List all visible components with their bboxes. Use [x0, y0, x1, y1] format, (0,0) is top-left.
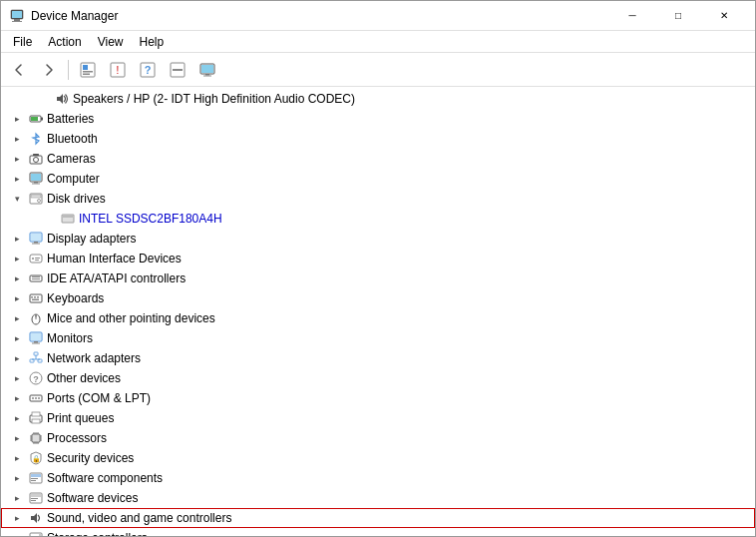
menu-file[interactable]: File [5, 33, 40, 51]
device-label: Display adapters [47, 232, 136, 246]
svg-rect-54 [31, 333, 41, 340]
tree-item[interactable]: ▸Keyboards [1, 288, 755, 308]
tree-item-speaker[interactable]: Speakers / HP (2- IDT High Definition Au… [1, 89, 755, 109]
tree-item[interactable]: ▸Storage controllers [1, 528, 755, 536]
device-icon [28, 350, 44, 366]
svg-rect-88 [31, 474, 41, 477]
svg-rect-13 [173, 69, 183, 71]
svg-rect-3 [12, 11, 22, 18]
tree-item[interactable]: ▸Print queues [1, 408, 755, 428]
update-driver-button[interactable]: ! [104, 57, 132, 83]
expand-icon[interactable]: ▸ [9, 231, 25, 247]
tree-item[interactable]: ▸Batteries [1, 109, 755, 129]
tree-item[interactable]: ▸Bluetooth [1, 129, 755, 149]
menu-bar: File Action View Help [1, 31, 755, 53]
back-button[interactable] [5, 57, 33, 83]
expand-icon[interactable]: ▸ [9, 151, 25, 167]
close-button[interactable]: ✕ [701, 1, 747, 31]
svg-point-98 [39, 534, 41, 536]
tree-item[interactable]: ▸Display adapters [1, 229, 755, 249]
svg-rect-43 [32, 276, 40, 277]
svg-rect-71 [32, 419, 40, 423]
expand-icon[interactable]: ▸ [9, 310, 25, 326]
svg-rect-35 [31, 234, 41, 241]
expand-icon[interactable]: ▸ [9, 270, 25, 286]
monitor-button[interactable] [193, 57, 221, 83]
svg-point-23 [34, 158, 39, 163]
window-controls: ─ □ ✕ [609, 1, 747, 31]
tree-item[interactable]: ▾Disk drives [1, 189, 755, 209]
tree-item[interactable]: ▸?Other devices [1, 368, 755, 388]
svg-text:?: ? [145, 64, 152, 76]
svg-rect-48 [37, 296, 39, 298]
svg-rect-6 [83, 71, 93, 73]
expand-icon[interactable]: ▸ [9, 410, 25, 426]
tree-item[interactable]: ▸Computer [1, 169, 755, 189]
tree-item[interactable]: ▸Mice and other pointing devices [1, 308, 755, 328]
device-icon [28, 191, 44, 207]
expand-icon[interactable]: ▸ [9, 450, 25, 466]
speaker-label: Speakers / HP (2- IDT High Definition Au… [73, 92, 355, 106]
disable-button[interactable] [164, 57, 191, 83]
device-label: Software devices [47, 491, 138, 505]
tree-item[interactable]: ▸IDE ATA/ATAPI controllers [1, 268, 755, 288]
svg-rect-7 [83, 73, 90, 75]
svg-rect-21 [31, 117, 38, 121]
tree-item[interactable]: ▸Software components [1, 468, 755, 488]
minimize-button[interactable]: ─ [609, 1, 655, 31]
expand-icon[interactable]: ▸ [9, 370, 25, 386]
help-button[interactable]: ? [134, 57, 162, 83]
properties-button[interactable] [74, 57, 102, 83]
menu-help[interactable]: Help [132, 33, 173, 51]
tree-item[interactable]: ▸Cameras [1, 149, 755, 169]
tree-item[interactable]: ▸Processors [1, 428, 755, 448]
svg-text:?: ? [33, 374, 39, 384]
expand-icon[interactable]: ▸ [9, 510, 25, 526]
expand-icon[interactable]: ▸ [9, 390, 25, 406]
device-icon [28, 410, 44, 426]
tree-item[interactable]: ▸Monitors [1, 328, 755, 348]
expand-icon[interactable]: ▸ [9, 251, 25, 267]
expand-icon[interactable]: ▸ [9, 430, 25, 446]
tree-item[interactable]: INTEL SSDSC2BF180A4H [1, 209, 755, 229]
menu-action[interactable]: Action [40, 33, 89, 51]
device-icon [28, 171, 44, 187]
expand-icon[interactable]: ▸ [9, 470, 25, 486]
device-label: Print queues [47, 411, 114, 425]
device-manager-window: Device Manager ─ □ ✕ File Action View He… [0, 0, 756, 537]
expand-icon[interactable]: ▸ [9, 330, 25, 346]
device-icon [28, 231, 44, 247]
tree-item[interactable]: ▸Network adapters [1, 348, 755, 368]
svg-rect-94 [31, 500, 36, 501]
device-tree: Speakers / HP (2- IDT High Definition Au… [1, 87, 755, 536]
device-icon [28, 530, 44, 536]
expand-icon[interactable]: ▸ [9, 111, 25, 127]
tree-item[interactable]: ▸Sound, video and game controllers [1, 508, 755, 528]
forward-button[interactable] [35, 57, 63, 83]
expand-icon[interactable]: ▸ [9, 490, 25, 506]
expand-icon[interactable]: ▾ [9, 191, 25, 207]
device-label: Network adapters [47, 351, 141, 365]
app-icon [9, 8, 25, 24]
svg-point-39 [32, 258, 34, 260]
expand-icon[interactable]: ▸ [9, 290, 25, 306]
svg-rect-89 [31, 478, 38, 479]
tree-item[interactable]: ▸Ports (COM & LPT) [1, 388, 755, 408]
tree-item[interactable]: ▸Human Interface Devices [1, 249, 755, 268]
maximize-button[interactable]: □ [655, 1, 701, 31]
svg-rect-33 [63, 216, 73, 218]
device-icon: 🔒 [28, 450, 44, 466]
svg-text:!: ! [117, 65, 120, 76]
expand-icon[interactable]: ▸ [9, 530, 25, 536]
svg-rect-59 [38, 359, 42, 362]
expand-icon[interactable]: ▸ [9, 171, 25, 187]
expand-icon[interactable]: ▸ [9, 350, 25, 366]
tree-item[interactable]: ▸🔒Security devices [1, 448, 755, 468]
device-icon [28, 470, 44, 486]
svg-rect-30 [31, 195, 41, 198]
expand-icon[interactable]: ▸ [9, 131, 25, 147]
device-label: Batteries [47, 112, 94, 126]
svg-rect-20 [41, 118, 43, 121]
tree-item[interactable]: ▸Software devices [1, 488, 755, 508]
menu-view[interactable]: View [90, 33, 132, 51]
